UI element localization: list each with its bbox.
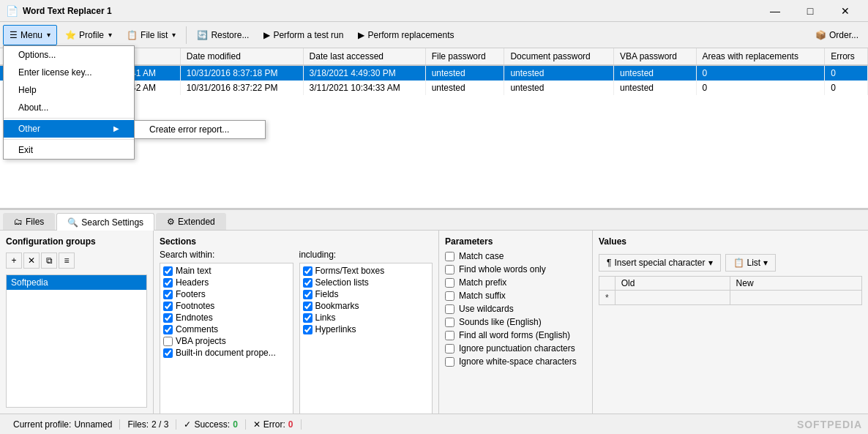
col-filepass[interactable]: File password — [425, 48, 504, 65]
restore-label: Restore... — [211, 30, 249, 40]
ignore-whitespace-label: Ignore white-space characters — [459, 356, 577, 367]
menu-item-other[interactable]: Other ▶ — [4, 120, 134, 138]
col-old: Old — [615, 277, 730, 291]
files-tab-label: Files — [26, 217, 44, 227]
col-areas[interactable]: Areas with replacements — [696, 48, 825, 65]
cell-docpass: untested — [504, 65, 614, 81]
checkbox-fields-input[interactable] — [303, 290, 313, 299]
search-within-col: Search within: Main text Headers — [160, 250, 293, 414]
menu-item-exit[interactable]: Exit — [4, 141, 134, 159]
param-match-suffix-input[interactable] — [445, 291, 454, 301]
menu-item-options[interactable]: Options... — [4, 46, 134, 64]
menu-separator-2 — [4, 139, 134, 140]
old-value-cell[interactable] — [615, 291, 730, 305]
values-row[interactable]: * — [599, 291, 862, 305]
bookmarks-label: Bookmarks — [315, 301, 359, 311]
new-value-cell[interactable] — [730, 291, 861, 305]
filelist-label: File list — [141, 30, 168, 40]
checkbox-comments-input[interactable] — [163, 325, 173, 334]
list-button[interactable]: 📋 List ▾ — [725, 254, 777, 272]
menu-arrow-icon: ▾ — [47, 31, 50, 39]
reorder-config-button[interactable]: ≡ — [59, 252, 75, 269]
maximize-button[interactable]: □ — [793, 0, 827, 22]
files-tab-icon: 🗂 — [14, 217, 23, 227]
checkbox-endnotes: Endnotes — [162, 312, 291, 323]
profile-button[interactable]: ⭐ Profile ▾ — [59, 25, 119, 45]
filelist-arrow-icon: ▾ — [172, 31, 176, 39]
replacements-icon: ▶ — [358, 30, 364, 40]
param-sounds-like-input[interactable] — [445, 318, 454, 327]
checkbox-bookmarks-input[interactable] — [303, 302, 313, 311]
menu-item-about[interactable]: About... — [4, 99, 134, 116]
param-ignore-whitespace-input[interactable] — [445, 357, 454, 367]
menu-button[interactable]: ☰ Menu ▾ — [3, 25, 57, 45]
param-whole-words-input[interactable] — [445, 265, 454, 274]
cell-vbapass: untested — [614, 65, 697, 81]
cell-accessed: 3/11/2021 10:34:33 AM — [303, 81, 425, 95]
checkbox-fields: Fields — [302, 288, 431, 300]
copy-config-button[interactable]: ⧉ — [41, 252, 57, 269]
checkbox-footers-input[interactable] — [163, 290, 173, 299]
close-button[interactable]: ✕ — [828, 0, 862, 22]
checkbox-hyperlinks-input[interactable] — [303, 325, 313, 334]
param-wildcards-input[interactable] — [445, 304, 454, 314]
insert-special-char-button[interactable]: ¶ Insert special character ▾ — [599, 254, 721, 272]
config-list-item[interactable]: Softpedia — [7, 275, 146, 290]
success-label: Success: — [194, 419, 230, 430]
filelist-button[interactable]: 📋 File list ▾ — [120, 25, 182, 45]
menu-item-license[interactable]: Enter license key... — [4, 64, 134, 81]
param-ignore-punctuation-input[interactable] — [445, 344, 454, 353]
order-button[interactable]: 📦 Order... — [809, 25, 865, 45]
checkbox-links-input[interactable] — [303, 313, 313, 323]
tab-search-settings[interactable]: 🔍 Search Settings — [56, 213, 154, 231]
match-prefix-label: Match prefix — [459, 277, 506, 288]
checkbox-footnotes-input[interactable] — [163, 302, 173, 311]
checkbox-headers-input[interactable] — [163, 278, 173, 288]
checkbox-selection-lists-input[interactable] — [303, 278, 313, 288]
status-profile: Current profile: Unnamed — [6, 419, 120, 430]
menu-item-create-error-report[interactable]: Create error report... — [135, 121, 265, 138]
menu-item-help[interactable]: Help — [4, 81, 134, 99]
cell-accessed: 3/18/2021 4:49:30 PM — [303, 65, 425, 81]
param-all-word-forms: Find all word forms (English) — [445, 329, 586, 342]
tab-files[interactable]: 🗂 Files — [3, 213, 55, 230]
cell-filepass: untested — [425, 81, 504, 95]
col-errors[interactable]: Errors — [825, 48, 868, 65]
param-match-case-input[interactable] — [445, 252, 454, 261]
minimize-button[interactable]: — — [758, 0, 792, 22]
checkbox-forms: Forms/Text boxes — [302, 265, 431, 277]
checkbox-builtin-input[interactable] — [163, 348, 173, 358]
config-item-label: Softpedia — [11, 277, 48, 288]
add-config-button[interactable]: + — [6, 252, 22, 269]
checkbox-main-text-input[interactable] — [163, 266, 173, 276]
remove-config-button[interactable]: ✕ — [23, 252, 40, 269]
col-modified[interactable]: Date modified — [180, 48, 303, 65]
checkmark-icon: ✓ — [184, 419, 191, 430]
profile-status-value: Unnamed — [74, 419, 112, 430]
values-panel: Values ¶ Insert special character ▾ 📋 Li… — [593, 231, 868, 414]
testrun-button[interactable]: ▶ Perform a test run — [257, 25, 350, 45]
checkbox-footers: Footers — [162, 288, 291, 300]
checkbox-vba-input[interactable] — [163, 337, 173, 346]
footers-label: Footers — [176, 289, 206, 299]
window-controls: — □ ✕ — [758, 0, 862, 22]
selection-lists-label: Selection lists — [315, 277, 369, 288]
param-all-word-forms-input[interactable] — [445, 331, 454, 340]
tab-extended[interactable]: ⚙ Extended — [156, 213, 226, 230]
checkbox-comments: Comments — [162, 323, 291, 335]
col-vbapass[interactable]: VBA password — [614, 48, 697, 65]
checkbox-endnotes-input[interactable] — [163, 313, 173, 323]
parameters-panel: Parameters Match case Find whole words o… — [439, 231, 593, 414]
restore-button[interactable]: 🔄 Restore... — [190, 25, 255, 45]
toolbar: ☰ Menu ▾ Options... Enter license key...… — [0, 22, 868, 48]
col-accessed[interactable]: Date last accessed — [303, 48, 425, 65]
forms-label: Forms/Text boxes — [315, 266, 385, 276]
menu-item-help-label: Help — [18, 85, 37, 95]
col-docpass[interactable]: Document password — [504, 48, 614, 65]
param-match-prefix-input[interactable] — [445, 278, 454, 288]
menu-label: Menu — [20, 30, 42, 40]
softpedia-watermark: SOFTPEDIA — [797, 419, 862, 430]
checkbox-forms-input[interactable] — [303, 266, 313, 276]
param-match-suffix: Match suffix — [445, 289, 586, 302]
replacements-button[interactable]: ▶ Perform replacements — [351, 25, 460, 45]
